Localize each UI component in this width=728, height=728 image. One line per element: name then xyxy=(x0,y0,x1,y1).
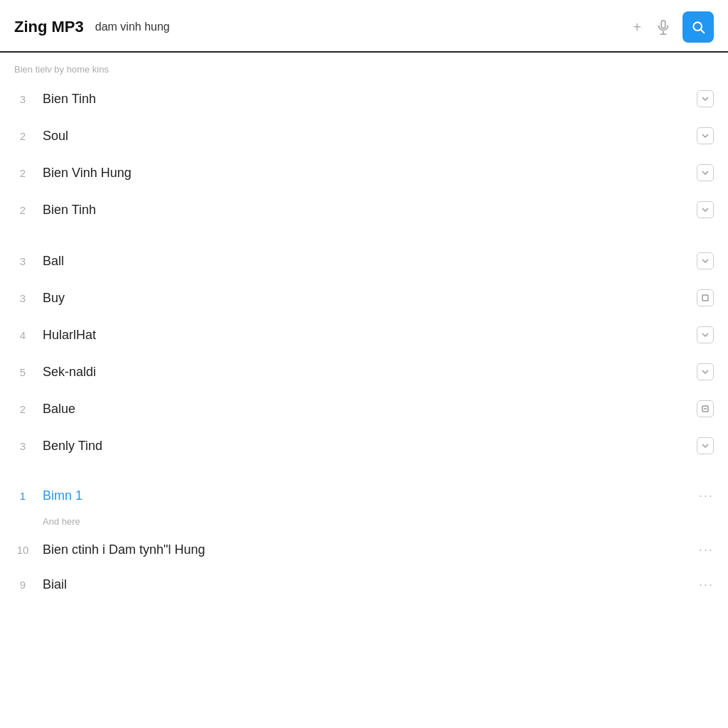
list-item: 2 Soul xyxy=(0,117,728,154)
chevron-down-icon[interactable] xyxy=(697,326,714,343)
item-title: Bimn 1 xyxy=(43,488,690,503)
divider xyxy=(0,464,728,478)
list-item: 4 HularlHat xyxy=(0,316,728,353)
item-title: Buy xyxy=(43,291,688,306)
list-item: 10 Bien ctinh i Dam tynh"l Hung ··· xyxy=(0,532,728,567)
item-rank: 5 xyxy=(14,366,31,378)
add-icon: + xyxy=(633,19,641,36)
more-options-icon[interactable]: ··· xyxy=(699,577,714,592)
item-title: Benly Tind xyxy=(43,439,688,454)
list-item: 2 Bien Tinh xyxy=(0,191,728,228)
item-title: HularlHat xyxy=(43,328,688,343)
chevron-down-icon[interactable] xyxy=(697,201,714,218)
item-rank: 9 xyxy=(14,579,31,591)
search-input[interactable] xyxy=(95,21,619,33)
item-rank: 3 xyxy=(14,292,31,304)
list-item: 3 Ball xyxy=(0,242,728,279)
list-item: 9 Biail ··· xyxy=(0,567,728,602)
svg-line-4 xyxy=(701,30,705,33)
more-options-icon[interactable]: ··· xyxy=(699,488,714,503)
item-title: Soul xyxy=(43,129,688,144)
header: Zing MP3 + xyxy=(0,0,728,53)
add-button[interactable]: + xyxy=(630,16,644,38)
header-icons: + xyxy=(630,11,714,43)
list-item: 1 Bimn 1 ··· xyxy=(0,478,728,513)
item-title: Bien Tinh xyxy=(43,203,688,218)
list-item: 3 Buy xyxy=(0,279,728,316)
item-title: Sek-naldi xyxy=(43,365,688,380)
divider xyxy=(0,228,728,242)
square-icon[interactable] xyxy=(697,289,714,306)
search-button[interactable] xyxy=(682,11,714,43)
item-rank: 3 xyxy=(14,255,31,267)
square2-icon[interactable] xyxy=(697,400,714,417)
list-item: 3 Bien Tinh xyxy=(0,80,728,117)
list-item: 3 Benly Tind xyxy=(0,427,728,464)
item-rank: 10 xyxy=(14,544,31,556)
section1-label: Bien tielv by home kins xyxy=(0,53,728,80)
item-title: Bien ctinh i Dam tynh"l Hung xyxy=(43,542,690,557)
chevron-down-icon[interactable] xyxy=(697,164,714,181)
search-icon xyxy=(691,20,705,34)
item-rank: 3 xyxy=(14,93,31,105)
list-item: 5 Sek-naldi xyxy=(0,353,728,390)
item-rank: 2 xyxy=(14,130,31,142)
item-rank: 4 xyxy=(14,329,31,341)
mic-button[interactable] xyxy=(653,16,674,38)
main-content: Bien tielv by home kins 3 Bien Tinh 2 So… xyxy=(0,53,728,602)
list-item: 2 Balue xyxy=(0,390,728,427)
chevron-down-icon[interactable] xyxy=(697,90,714,107)
item-rank: 2 xyxy=(14,167,31,179)
more-options-icon[interactable]: ··· xyxy=(699,542,714,557)
chevron-down-icon[interactable] xyxy=(697,363,714,380)
sub-label: And here xyxy=(0,513,728,532)
list-item: 2 Bien Vinh Hung xyxy=(0,154,728,191)
chevron-down-icon[interactable] xyxy=(697,252,714,269)
svg-rect-0 xyxy=(661,21,665,28)
item-title: Biail xyxy=(43,577,690,592)
item-rank: 2 xyxy=(14,204,31,216)
mic-icon xyxy=(655,19,671,35)
item-title: Bien Tinh xyxy=(43,92,688,107)
item-rank: 3 xyxy=(14,440,31,452)
svg-rect-5 xyxy=(702,295,708,301)
item-title: Ball xyxy=(43,254,688,269)
item-rank: 1 xyxy=(14,490,31,502)
item-title: Bien Vinh Hung xyxy=(43,166,688,181)
app-title: Zing MP3 xyxy=(14,18,84,36)
item-title: Balue xyxy=(43,402,688,417)
chevron-down-icon[interactable] xyxy=(697,127,714,144)
item-rank: 2 xyxy=(14,403,31,415)
chevron-down-icon[interactable] xyxy=(697,437,714,454)
